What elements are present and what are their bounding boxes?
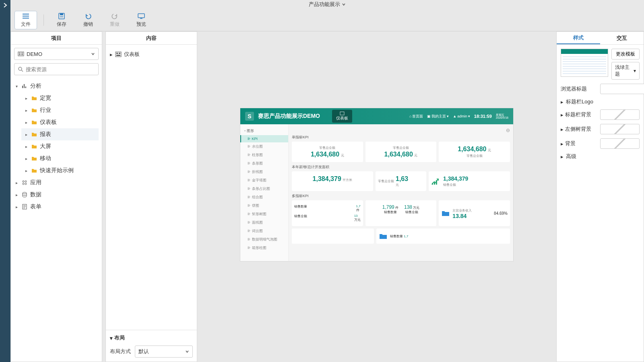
preview-header: S 赛思产品功能展示DEMO 仪表板 ⌂首页面 ▣我的主页▾ [240, 108, 513, 124]
chevron-down-icon [342, 2, 346, 6]
kpi-card: 主营业务收入 13.84 84.69% [439, 200, 510, 226]
svg-rect-17 [116, 53, 118, 54]
app-title-dropdown[interactable]: 产品功能展示 [309, 1, 346, 8]
canvas-panel: S 赛思产品功能展示DEMO 仪表板 ⌂首页面 ▣我的主页▾ [200, 31, 553, 362]
kpi-card: 零售总金额 1,634,680 元 [365, 142, 437, 162]
caret-right-icon: ▸ [561, 154, 564, 160]
preview-side-item: ⊪ 水位图 [240, 142, 288, 151]
kpi-card: 销售数量1,7件 销售金额13万元 [292, 200, 363, 226]
folder-icon [31, 95, 37, 101]
svg-rect-6 [19, 54, 21, 55]
svg-rect-16 [116, 52, 121, 57]
datasource-icon [18, 51, 24, 56]
folder-icon [31, 143, 37, 150]
svg-point-9 [19, 67, 22, 70]
tree-folder-hover[interactable]: ▸报表 [21, 128, 99, 140]
caret-right-icon: ▸ [24, 144, 29, 149]
caret-right-icon: ▸ [561, 126, 564, 132]
tree-forms[interactable]: ▸ 表单 [14, 201, 99, 213]
tree-apps[interactable]: ▸ 应用 [14, 177, 99, 189]
lefttree-bg-swatch[interactable] [600, 124, 640, 134]
preview-side-item: ⊪ 矩形树图 [240, 210, 288, 218]
tree-data[interactable]: ▸ 数据 [14, 189, 99, 201]
kpi-section-title: 单指标KPI [292, 135, 510, 140]
folder-icon [31, 107, 37, 113]
app-title: 产品功能展示 [309, 1, 340, 8]
chevron-down-icon [185, 350, 189, 354]
preview-side-group: ▫ 图形 [240, 127, 288, 135]
file-button[interactable]: 文件 [14, 11, 37, 29]
toolbar: 文件 保存 撤销 重做 预览 [10, 9, 644, 31]
caret-right-icon: ▸ [24, 132, 29, 137]
redo-button[interactable]: 重做 [103, 11, 126, 29]
kpi-card: 零售总金额 1,634,680 元 [292, 142, 363, 162]
folder-icon [31, 155, 37, 162]
dashboard-small-icon [340, 111, 345, 115]
titlebar-bg-swatch[interactable] [600, 109, 640, 120]
svg-rect-22 [434, 181, 435, 185]
svg-rect-20 [340, 112, 344, 115]
database-icon [21, 191, 28, 198]
titlebar-logo-section[interactable]: ▸ 标题栏Logo [561, 98, 640, 105]
caret-right-icon: ▸ [24, 168, 29, 173]
tree-folder[interactable]: ▸仪表板 [21, 116, 99, 128]
caret-right-icon: ▸ [24, 96, 29, 101]
dashboard-preview[interactable]: S 赛思产品功能展示DEMO 仪表板 ⌂首页面 ▣我的主页▾ [240, 108, 514, 261]
preview-title: 赛思产品功能展示DEMO [258, 113, 320, 120]
undo-button[interactable]: 撤销 [77, 11, 99, 29]
preview-logo-icon: S [245, 112, 254, 121]
user-icon: ▲ [453, 114, 456, 118]
tree-folder[interactable]: ▸定宽 [21, 92, 99, 104]
folder-icon [31, 119, 37, 125]
tab-style[interactable]: 样式 [557, 32, 600, 44]
kpi-card: 1,384,379 平方米 [292, 171, 373, 191]
caret-right-icon: ▸ [110, 51, 113, 58]
tree-folder[interactable]: ▸快速开始示例 [21, 165, 99, 177]
lefttree-bg-section[interactable]: ▸左侧树背景 [561, 125, 597, 133]
template-thumbnail[interactable] [561, 49, 608, 77]
tree-analysis[interactable]: ▾ 分析 [14, 80, 99, 92]
tree-folder[interactable]: ▸大屏 [21, 140, 99, 152]
background-swatch[interactable] [600, 138, 640, 149]
folder-icon [31, 131, 37, 138]
background-section[interactable]: ▸背景 [561, 140, 597, 147]
caret-right-icon: ▸ [14, 204, 19, 209]
search-input[interactable] [26, 66, 95, 72]
expand-rail-icon[interactable] [2, 2, 8, 8]
preview-side-item: ⊪ KPI [240, 135, 288, 142]
layout-section-toggle[interactable]: ▾ 布局 [110, 334, 193, 341]
preview-side-item: ⊪ 柱形图 [240, 151, 288, 159]
tree-folder[interactable]: ▸行业 [21, 104, 99, 116]
svg-rect-1 [60, 13, 63, 15]
kpi-card: 1,799 件销售数量 138 万元销售金额 [365, 200, 437, 226]
svg-rect-5 [19, 53, 21, 53]
apps-icon [21, 179, 28, 186]
preview-button[interactable]: 预览 [130, 11, 153, 29]
change-template-button[interactable]: 更改模板 [611, 49, 640, 60]
svg-point-11 [25, 181, 27, 182]
theme-select[interactable]: 浅绿主题 ▾ [611, 62, 640, 80]
kpi-card: 1,634,680 元 零售总金额 [439, 142, 510, 162]
kpi-card [292, 228, 374, 244]
chevron-down-icon: ▾ [468, 114, 470, 118]
toolbar-separator [43, 14, 44, 26]
content-root-item[interactable]: ▸ 仪表板 [110, 49, 193, 60]
titlebar-bg-section[interactable]: ▸标题栏背景 [561, 111, 597, 118]
tree-folder[interactable]: ▸移动 [21, 152, 99, 165]
save-button[interactable]: 保存 [50, 11, 73, 29]
tab-interaction[interactable]: 交互 [600, 32, 644, 44]
preview-side-item: ⊪ 折线图 [240, 168, 288, 176]
preview-icon [137, 12, 145, 20]
svg-rect-4 [18, 52, 24, 56]
page-icon: ▣ [427, 114, 431, 118]
svg-rect-8 [21, 54, 23, 55]
layout-mode-select[interactable]: 默认 [135, 346, 193, 358]
datasource-select[interactable]: DEMO [14, 48, 99, 60]
preview-sidebar: ▫ 图形 ⊪ KPI ⊪ 水位图 ⊪ 柱形图 ⊪ 条形图 ⊪ 折线图 ⊪ 金字塔… [240, 124, 289, 261]
browser-title-input[interactable] [600, 84, 644, 94]
caret-down-icon: ▾ [110, 335, 113, 341]
caret-right-icon: ▸ [24, 156, 29, 161]
layout-mode-label: 布局方式 [110, 348, 131, 355]
advanced-section[interactable]: ▸ 高级 [561, 153, 640, 160]
preview-active-tab: 仪表板 [332, 110, 352, 123]
